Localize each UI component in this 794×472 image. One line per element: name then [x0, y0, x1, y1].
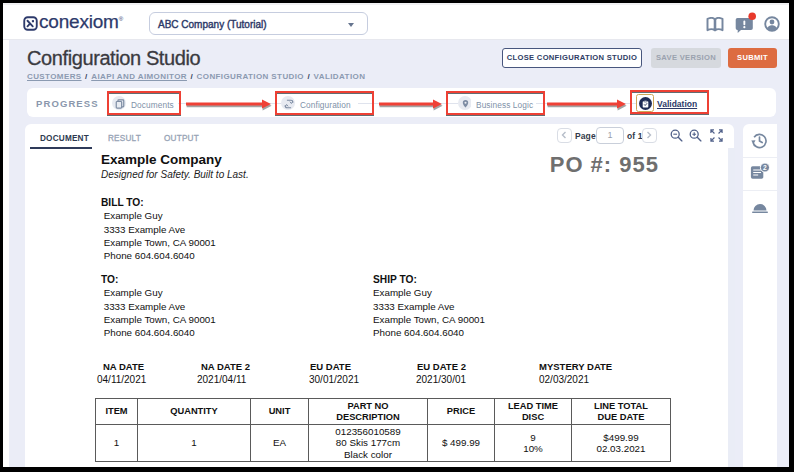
- svg-text:2: 2: [763, 164, 767, 171]
